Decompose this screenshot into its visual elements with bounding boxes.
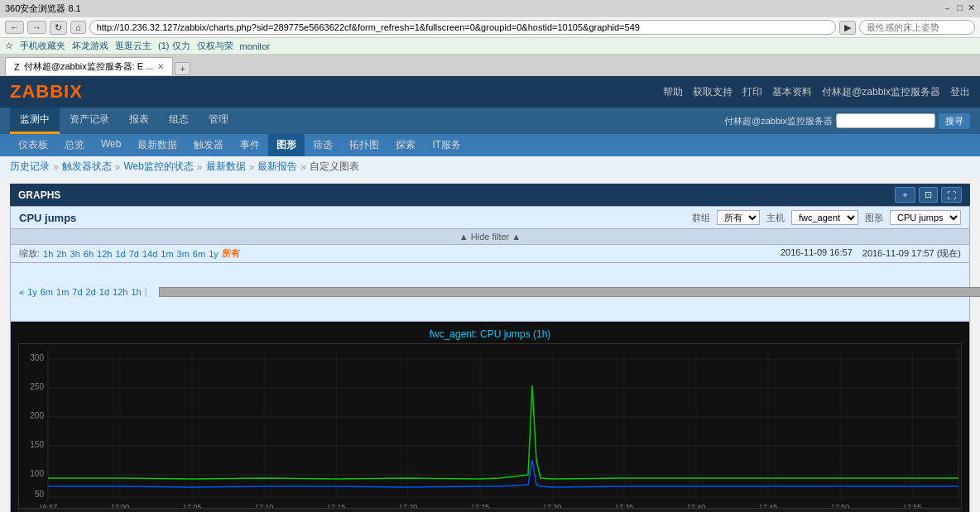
nav-prev-1y[interactable]: 1y (27, 287, 37, 297)
time-all[interactable]: 所有 (222, 247, 240, 260)
time-6h[interactable]: 6h (84, 249, 94, 259)
breadcrumb-sep: » (300, 161, 306, 173)
subnav-it-services[interactable]: IT服务 (424, 134, 469, 156)
forward-button[interactable]: → (27, 21, 46, 34)
chart-svg: 300 250 200 150 100 50 (18, 343, 962, 509)
subnav-discovery[interactable]: 探索 (387, 134, 424, 156)
logout-link[interactable]: 登出 (950, 85, 970, 99)
fav-item[interactable]: 手机收藏夹 (20, 40, 65, 52)
tab-close-button[interactable]: ✕ (157, 62, 164, 71)
search-label: 付林超@zabbix监控服务器 (724, 115, 833, 127)
graphs-section-title: GRAPHS (18, 189, 60, 201)
nav-prev-12h[interactable]: 12h (113, 287, 127, 297)
browser-tab-bar: Z 付林超@zabbix监控服务器: E ... ✕ + (0, 55, 980, 75)
svg-text:17:40: 17:40 (687, 503, 706, 509)
refresh-button[interactable]: ↻ (50, 21, 67, 35)
breadcrumb-history[interactable]: 历史记录 (10, 160, 50, 174)
breadcrumb-web-status[interactable]: Web监控的状态 (123, 160, 193, 174)
fav-item[interactable]: 仅权与荣 (197, 40, 233, 52)
x-axis-dates: 09:11 16:57 09:11 17:57 (17, 509, 963, 512)
back-button[interactable]: ← (5, 21, 24, 34)
scroll-track[interactable] (159, 287, 980, 297)
browser-tab[interactable]: Z 付林超@zabbix监控服务器: E ... ✕ (5, 57, 173, 75)
go-button[interactable]: ▶ (839, 21, 856, 35)
breadcrumb-latest[interactable]: 最新数据 (206, 160, 246, 174)
nav-arrows-bar: « 1y 6m 1m 7d 2d 1d 12h 1h | (11, 263, 969, 322)
time-7d[interactable]: 7d (129, 249, 139, 259)
search-button[interactable]: 搜寻 (939, 113, 970, 129)
svg-text:150: 150 (30, 440, 44, 449)
svg-text:17:00: 17:00 (111, 503, 130, 509)
window-restore[interactable]: □ (957, 2, 963, 15)
graph-title: CPU jumps (19, 212, 76, 224)
nav-prev-1m[interactable]: 1m (56, 287, 69, 297)
time-1h[interactable]: 1h (43, 249, 53, 259)
fav-item[interactable]: 逛逛云主 (115, 40, 151, 52)
expand-button[interactable]: ⊡ (919, 187, 938, 203)
group-label: 群组 (692, 212, 710, 224)
fav-item[interactable]: (1) 仅力 (158, 40, 190, 52)
breadcrumb-latest-reports[interactable]: 最新报告 (257, 160, 297, 174)
url-bar[interactable]: http://10.236.32.127/zabbix/charts.php?s… (89, 20, 836, 35)
window-close[interactable]: ✕ (968, 2, 975, 15)
subnav-topology[interactable]: 拓扑图 (341, 134, 387, 156)
fav-item[interactable]: 坏龙游戏 (72, 40, 108, 52)
nav-assets[interactable]: 资产记录 (60, 108, 119, 134)
svg-text:17:25: 17:25 (471, 503, 490, 509)
time-1d[interactable]: 1d (115, 249, 125, 259)
search-input[interactable] (836, 113, 935, 128)
svg-text:300: 300 (30, 353, 44, 362)
nav-prev-7d[interactable]: 7d (72, 287, 82, 297)
subnav-web[interactable]: Web (93, 134, 129, 156)
time-1m[interactable]: 1m (161, 249, 173, 259)
subnav-dashboard[interactable]: 仪表板 (10, 134, 56, 156)
nav-admin[interactable]: 管理 (199, 108, 238, 134)
time-2h[interactable]: 2h (56, 249, 66, 259)
print-link[interactable]: 打印 (742, 85, 762, 99)
nav-prev-1h[interactable]: 1h (131, 287, 141, 297)
nav-config[interactable]: 组态 (159, 108, 199, 134)
add-graph-button[interactable]: ＋ (895, 187, 915, 203)
fullscreen-button[interactable]: ⛶ (941, 187, 962, 203)
time-1y[interactable]: 1y (209, 249, 219, 259)
graph-select[interactable]: CPU jumps (890, 210, 961, 225)
host-select[interactable]: fwc_agent (791, 210, 858, 225)
time-12h[interactable]: 12h (97, 249, 112, 259)
time-14d[interactable]: 14d (142, 249, 157, 259)
svg-text:17:15: 17:15 (327, 503, 346, 509)
subnav-graphs[interactable]: 图形 (268, 134, 305, 156)
nav-prev-1d[interactable]: 1d (99, 287, 109, 297)
browser-favorites-bar: ☆ 手机收藏夹 坏龙游戏 逛逛云主 (1) 仅力 仅权与荣 monitor (0, 38, 980, 55)
subnav-triggers[interactable]: 触发器 (185, 134, 232, 156)
svg-text:50: 50 (35, 490, 45, 499)
time-3h[interactable]: 3h (70, 249, 80, 259)
profile-link[interactable]: 基本资料 (772, 85, 812, 99)
sub-nav: 仪表板 总览 Web 最新数据 触发器 事件 图形 筛选 拓扑图 探索 IT服务 (0, 134, 980, 156)
nav-prev-6m[interactable]: 6m (41, 287, 53, 297)
browser-search-input[interactable] (859, 20, 975, 35)
subnav-events[interactable]: 事件 (232, 134, 268, 156)
window-minimize[interactable]: － (943, 2, 952, 15)
subnav-latest[interactable]: 最新数据 (129, 134, 185, 156)
nav-prev-all[interactable]: « (19, 287, 24, 297)
time-3m[interactable]: 3m (177, 249, 190, 259)
group-select[interactable]: 所有 (717, 210, 760, 225)
subnav-overview[interactable]: 总览 (56, 134, 93, 156)
filter-bar[interactable]: ▲ Hide filter ▲ (11, 229, 969, 245)
nav-monitoring[interactable]: 监测中 (10, 108, 60, 134)
svg-text:17:05: 17:05 (183, 503, 202, 509)
page-content: GRAPHS ＋ ⊡ ⛶ CPU jumps 群组 所有 主机 fwc_a (0, 177, 980, 512)
subnav-filter[interactable]: 筛选 (305, 134, 341, 156)
new-tab-button[interactable]: + (175, 62, 190, 75)
breadcrumb-trigger-status[interactable]: 触发器状态 (62, 160, 112, 174)
graphs-actions: ＋ ⊡ ⛶ (895, 187, 962, 203)
favorites-label: ☆ (5, 41, 13, 51)
help-link[interactable]: 帮助 (663, 85, 683, 99)
nav-prev-2d[interactable]: 2d (86, 287, 96, 297)
time-6m[interactable]: 6m (193, 249, 205, 259)
fav-item[interactable]: monitor (240, 41, 271, 51)
home-button[interactable]: ⌂ (70, 21, 86, 34)
nav-scroll-track (159, 287, 980, 297)
support-link[interactable]: 获取支持 (693, 85, 733, 99)
nav-reports[interactable]: 报表 (119, 108, 159, 134)
